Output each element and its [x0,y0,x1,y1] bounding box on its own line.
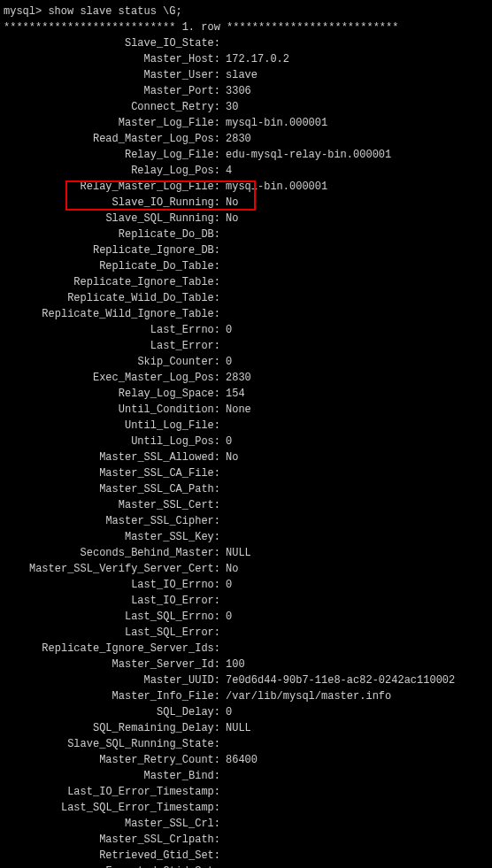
status-row: Replicate_Ignore_Server_Ids: [4,641,488,657]
status-label: Master_SSL_Key: [4,529,220,545]
status-value: 154 [220,386,245,402]
status-label: Relay_Log_File: [4,147,220,163]
status-row: Exec_Master_Log_Pos:2830 [4,370,488,386]
status-value [220,290,226,306]
status-label: Last_IO_Error_Timestamp: [4,784,220,800]
row-header: *************************** 1. row *****… [4,19,488,35]
status-label: Exec_Master_Log_Pos: [4,370,220,386]
status-value: 4 [220,163,232,179]
status-label: Replicate_Do_Table: [4,258,220,274]
status-label: Master_SSL_CA_File: [4,465,220,481]
status-row: Last_SQL_Error_Timestamp: [4,800,488,816]
status-label: Until_Log_Pos: [4,434,220,449]
status-row: Until_Log_Pos:0 [4,434,488,449]
status-label: Master_Retry_Count: [4,752,220,768]
status-label: Master_Port: [4,83,220,99]
status-value [220,768,226,784]
status-row: Relay_Log_File:edu-mysql-relay-bin.00000… [4,147,488,163]
status-value [220,593,226,609]
status-label: Master_SSL_Cert: [4,497,220,513]
status-row: Master_SSL_Cipher: [4,513,488,529]
status-label: Master_Server_Id: [4,657,220,672]
status-value: 0 [220,434,232,449]
status-row: Last_SQL_Errno:0 [4,609,488,625]
status-value: 86400 [220,752,258,768]
status-row: Read_Master_Log_Pos:2830 [4,131,488,147]
status-value [220,848,226,864]
status-label: Relay_Master_Log_File: [4,179,220,195]
status-label: Retrieved_Gtid_Set: [4,848,220,864]
status-row: Master_Info_File:/var/lib/mysql/master.i… [4,688,488,704]
status-row: Relay_Log_Space:154 [4,386,488,402]
status-label: SQL_Delay: [4,704,220,720]
status-row: Master_Host:172.17.0.2 [4,51,488,67]
status-value: mysql-bin.000001 [220,179,327,195]
status-label: Master_SSL_Crl: [4,816,220,832]
status-row: Master_SSL_Crl: [4,816,488,832]
status-row: Relay_Master_Log_File:mysql-bin.000001 [4,179,488,195]
status-row: Master_Retry_Count:86400 [4,752,488,768]
status-row: Replicate_Ignore_Table: [4,274,488,290]
status-row: Master_Port:3306 [4,83,488,99]
terminal-output: mysql> show slave status \G; ***********… [4,4,488,868]
status-label: Master_SSL_Crlpath: [4,832,220,848]
status-row: Replicate_Wild_Ignore_Table: [4,306,488,322]
status-value: NULL [220,545,251,561]
status-label: Connect_Retry: [4,99,220,115]
status-row: Master_Server_Id:100 [4,657,488,672]
status-row: Master_UUID:7e0d6d44-90b7-11e8-ac82-0242… [4,672,488,688]
status-value: None [220,402,251,418]
status-label: Master_SSL_Allowed: [4,449,220,465]
status-label: Seconds_Behind_Master: [4,545,220,561]
status-value [220,784,226,800]
status-row: Replicate_Do_Table: [4,258,488,274]
status-value: 3306 [220,83,251,99]
status-label: Slave_SQL_Running: [4,211,220,227]
status-row: SQL_Remaining_Delay:NULL [4,720,488,736]
status-label: Last_SQL_Error: [4,625,220,641]
status-value: 172.17.0.2 [220,51,289,67]
status-value: slave [220,67,258,83]
status-label: Last_IO_Errno: [4,577,220,593]
status-row: Seconds_Behind_Master:NULL [4,545,488,561]
status-value [220,641,226,657]
status-row: Slave_SQL_Running_State: [4,736,488,752]
status-value [220,465,226,481]
status-label: SQL_Remaining_Delay: [4,720,220,736]
status-label: Replicate_Ignore_Table: [4,274,220,290]
status-row: Last_IO_Error: [4,593,488,609]
status-label: Last_SQL_Errno: [4,609,220,625]
status-label: Executed_Gtid_Set: [4,864,220,868]
status-label: Master_Info_File: [4,688,220,704]
status-row: Replicate_Do_DB: [4,227,488,242]
status-value [220,800,226,816]
status-label: Master_UUID: [4,672,220,688]
status-row: Last_SQL_Error: [4,625,488,641]
status-row: Slave_SQL_Running:No [4,211,488,227]
status-row: Replicate_Ignore_DB: [4,242,488,258]
status-row: Executed_Gtid_Set: [4,864,488,868]
status-value: No [220,211,238,227]
status-value [220,227,226,242]
status-label: Master_SSL_CA_Path: [4,481,220,497]
status-row: Until_Condition:None [4,402,488,418]
status-value [220,832,226,848]
status-value: /var/lib/mysql/master.info [220,688,391,704]
status-label: Slave_IO_Running: [4,195,220,211]
status-value [220,418,226,434]
status-row: Last_IO_Errno:0 [4,577,488,593]
status-value: edu-mysql-relay-bin.000001 [220,147,391,163]
status-value [220,529,226,545]
status-value: 2830 [220,370,251,386]
status-row: Master_SSL_Key: [4,529,488,545]
status-label: Last_SQL_Error_Timestamp: [4,800,220,816]
status-value [220,816,226,832]
status-row: Master_SSL_CA_Path: [4,481,488,497]
status-value: 100 [220,657,245,672]
status-row: Last_IO_Error_Timestamp: [4,784,488,800]
status-value: NULL [220,720,251,736]
status-row: Master_SSL_Cert: [4,497,488,513]
status-label: Last_Error: [4,338,220,354]
status-value: 0 [220,577,232,593]
status-label: Replicate_Wild_Ignore_Table: [4,306,220,322]
